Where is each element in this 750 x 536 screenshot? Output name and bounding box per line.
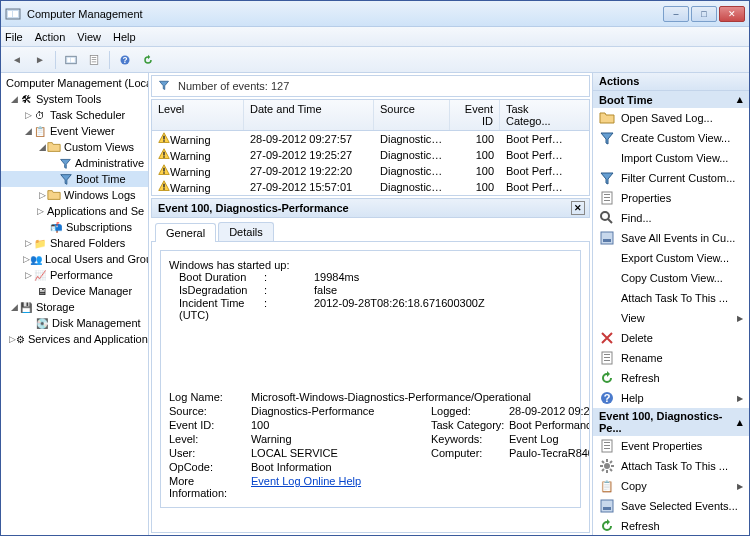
copy-icon: 📋 <box>599 478 615 494</box>
action-import-custom-view[interactable]: Import Custom View... <box>593 148 749 168</box>
tree-performance[interactable]: ▷📈Performance <box>1 267 148 283</box>
help-icon <box>599 390 615 406</box>
action-delete[interactable]: Delete <box>593 328 749 348</box>
tree-storage[interactable]: ◢💾Storage <box>1 299 148 315</box>
tree-services-applications[interactable]: ▷⚙Services and Applications <box>1 331 148 347</box>
actions-section-boottime[interactable]: Boot Time▴ <box>593 91 749 108</box>
col-eventid[interactable]: Event ID <box>450 100 500 130</box>
action-help[interactable]: Help▶ <box>593 388 749 408</box>
filter-icon <box>599 130 615 146</box>
expand-icon[interactable]: ▷ <box>37 206 44 216</box>
tree-event-viewer[interactable]: ◢📋Event Viewer <box>1 123 148 139</box>
performance-icon: 📈 <box>33 268 47 282</box>
tree-shared-folders[interactable]: ▷📁Shared Folders <box>1 235 148 251</box>
action-save-selected-events[interactable]: Save Selected Events... <box>593 496 749 516</box>
save-icon <box>599 498 615 514</box>
back-button[interactable]: ◄ <box>7 50 27 70</box>
event-count-label: Number of events: 127 <box>178 80 289 92</box>
collapse-icon[interactable]: ▴ <box>737 416 743 429</box>
action-save-all-events[interactable]: Save All Events in Cu... <box>593 228 749 248</box>
tree-custom-views[interactable]: ◢Custom Views <box>1 139 148 155</box>
minimize-button[interactable]: – <box>663 6 689 22</box>
tree-applications-services[interactable]: ▷Applications and Se <box>1 203 148 219</box>
action-attach-task[interactable]: Attach Task To This ... <box>593 288 749 308</box>
tree-system-tools[interactable]: ◢🛠System Tools <box>1 91 148 107</box>
expand-icon[interactable]: ▷ <box>23 238 33 248</box>
event-log-online-help-link[interactable]: Event Log Online Help <box>251 475 590 499</box>
forward-button[interactable]: ► <box>30 50 50 70</box>
col-date[interactable]: Date and Time <box>244 100 374 130</box>
events-table[interactable]: Level Date and Time Source Event ID Task… <box>151 99 590 196</box>
tree-disk-management[interactable]: 💽Disk Management <box>1 315 148 331</box>
folder-icon <box>47 140 61 154</box>
col-level[interactable]: Level <box>152 100 244 130</box>
action-copy[interactable]: 📋Copy▶ <box>593 476 749 496</box>
menu-file[interactable]: File <box>5 31 23 43</box>
table-row[interactable]: Warning27-09-2012 15:57:01Diagnostics...… <box>152 179 589 195</box>
tree-administrative[interactable]: Administrative <box>1 155 148 171</box>
window-title: Computer Management <box>27 8 663 20</box>
collapse-icon[interactable]: ◢ <box>9 302 19 312</box>
action-find[interactable]: Find... <box>593 208 749 228</box>
menu-help[interactable]: Help <box>113 31 136 43</box>
expand-icon[interactable]: ▷ <box>23 254 30 264</box>
action-properties[interactable]: Properties <box>593 188 749 208</box>
app-icon <box>5 6 21 22</box>
submenu-arrow-icon: ▶ <box>737 314 743 323</box>
table-row[interactable]: Warning28-09-2012 09:27:57Diagnostics...… <box>152 131 589 147</box>
device-icon: 🖥 <box>35 284 49 298</box>
action-open-saved-log[interactable]: Open Saved Log... <box>593 108 749 128</box>
action-event-properties[interactable]: Event Properties <box>593 436 749 456</box>
action-copy-custom-view[interactable]: Copy Custom View... <box>593 268 749 288</box>
startup-heading: Windows has started up: <box>169 259 572 271</box>
tree-subscriptions[interactable]: 📬Subscriptions <box>1 219 148 235</box>
expand-icon[interactable]: ▷ <box>37 190 47 200</box>
delete-icon <box>599 330 615 346</box>
folder-icon <box>599 110 615 126</box>
event-viewer-icon: 📋 <box>33 124 47 138</box>
tree-task-scheduler[interactable]: ▷⏱Task Scheduler <box>1 107 148 123</box>
tree-device-manager[interactable]: 🖥Device Manager <box>1 283 148 299</box>
properties-button[interactable] <box>84 50 104 70</box>
expand-icon[interactable]: ▷ <box>9 334 16 344</box>
table-header[interactable]: Level Date and Time Source Event ID Task… <box>152 100 589 131</box>
action-refresh[interactable]: Refresh <box>593 368 749 388</box>
table-row[interactable]: Warning27-09-2012 19:25:27Diagnostics...… <box>152 147 589 163</box>
maximize-button[interactable]: □ <box>691 6 717 22</box>
collapse-icon[interactable]: ◢ <box>23 126 33 136</box>
table-row[interactable]: Warning27-09-2012 19:22:20Diagnostics...… <box>152 163 589 179</box>
disk-icon: 💽 <box>35 316 49 330</box>
tree-root[interactable]: Computer Management (Local) <box>1 75 148 91</box>
action-view[interactable]: View▶ <box>593 308 749 328</box>
tree-windows-logs[interactable]: ▷Windows Logs <box>1 187 148 203</box>
close-pane-button[interactable]: ✕ <box>571 201 585 215</box>
properties-icon <box>599 190 615 206</box>
col-taskcat[interactable]: Task Catego... <box>500 100 570 130</box>
collapse-icon[interactable]: ◢ <box>9 94 19 104</box>
action-refresh-event[interactable]: Refresh <box>593 516 749 535</box>
filter-icon <box>599 170 615 186</box>
action-filter-current[interactable]: Filter Current Custom... <box>593 168 749 188</box>
action-export-custom-view[interactable]: Export Custom View... <box>593 248 749 268</box>
expand-icon[interactable]: ▷ <box>23 110 33 120</box>
filter-icon <box>59 172 73 186</box>
tree-local-users[interactable]: ▷👥Local Users and Group <box>1 251 148 267</box>
collapse-icon[interactable]: ▴ <box>737 93 743 106</box>
tab-details[interactable]: Details <box>218 222 274 241</box>
col-source[interactable]: Source <box>374 100 450 130</box>
actions-section-event[interactable]: Event 100, Diagnostics-Pe...▴ <box>593 408 749 436</box>
refresh-button[interactable] <box>138 50 158 70</box>
tree-boot-time[interactable]: Boot Time <box>1 171 148 187</box>
menu-action[interactable]: Action <box>35 31 66 43</box>
menu-view[interactable]: View <box>77 31 101 43</box>
action-create-custom-view[interactable]: Create Custom View... <box>593 128 749 148</box>
close-button[interactable]: ✕ <box>719 6 745 22</box>
tab-general[interactable]: General <box>155 223 216 242</box>
help-button[interactable] <box>115 50 135 70</box>
action-attach-task-event[interactable]: Attach Task To This ... <box>593 456 749 476</box>
console-tree[interactable]: Computer Management (Local) ◢🛠System Too… <box>1 73 149 535</box>
expand-icon[interactable]: ▷ <box>23 270 33 280</box>
action-rename[interactable]: Rename <box>593 348 749 368</box>
collapse-icon[interactable]: ◢ <box>37 142 47 152</box>
show-hide-tree-button[interactable] <box>61 50 81 70</box>
